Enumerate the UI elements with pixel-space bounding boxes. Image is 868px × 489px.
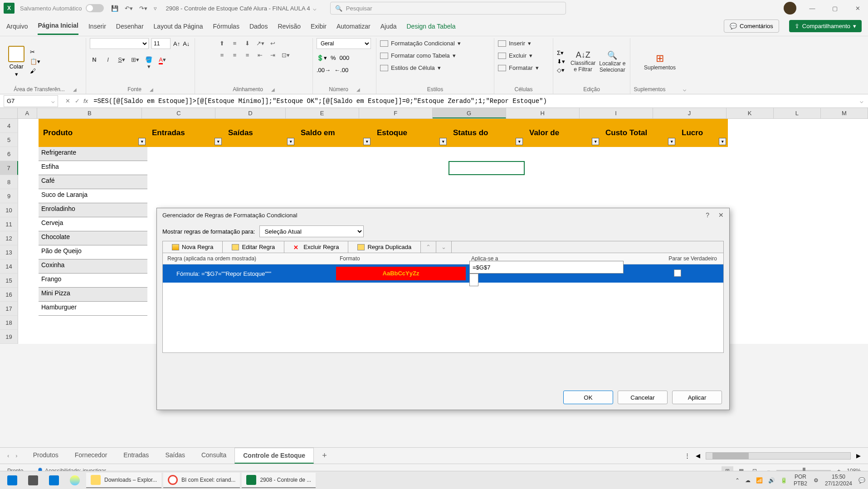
duplicate-rule-button[interactable]: Regra Duplicada	[348, 241, 421, 253]
save-icon[interactable]: 💾	[111, 5, 118, 12]
format-as-table-button[interactable]: Formatar como Tabela▾	[380, 50, 456, 61]
align-middle-icon[interactable]: ≡	[229, 38, 240, 48]
fill-color-button[interactable]: 🪣▾	[144, 56, 153, 70]
font-color-button[interactable]: A▾	[158, 56, 167, 70]
table-row[interactable]: Cerveja	[39, 217, 147, 231]
find-select-button[interactable]: 🔍 Localizar e Selecionar	[599, 50, 625, 73]
indent-increase-icon[interactable]: ⇥	[268, 50, 278, 60]
col-header-b[interactable]: B	[37, 108, 142, 118]
tab-arquivo[interactable]: Arquivo	[6, 18, 28, 34]
format-painter-icon[interactable]: 🖌	[30, 68, 40, 74]
sort-filter-button[interactable]: A↓Z Classificar e Filtrar	[571, 50, 595, 73]
add-sheet-button[interactable]: +	[314, 451, 335, 460]
increase-decimal-icon[interactable]: .00→	[317, 67, 331, 73]
table-row[interactable]: Esfiha	[39, 161, 147, 175]
show-rules-select[interactable]: Seleção Atual	[259, 225, 364, 237]
rule-range-input[interactable]	[469, 261, 624, 274]
dialog-launcher-icon[interactable]: ◢	[271, 87, 275, 92]
table-row[interactable]: Mini Pizza	[39, 288, 147, 302]
name-box[interactable]: G7 ⌵	[4, 95, 58, 107]
maximize-button[interactable]: ▢	[828, 5, 842, 12]
formula-input[interactable]: =SES([@[Saldo em Estoque]]>[@[Estoque Mí…	[92, 98, 855, 105]
redo-icon[interactable]: ↷▾	[139, 5, 147, 12]
wifi-icon[interactable]: 📶	[756, 477, 763, 484]
row-header[interactable]: 13	[0, 245, 18, 259]
dialog-titlebar[interactable]: Gerenciador de Regras de Formatação Cond…	[157, 208, 729, 222]
settings-tray-icon[interactable]: ⚙	[814, 477, 819, 484]
merge-icon[interactable]: ⊡▾	[280, 50, 291, 60]
comments-button[interactable]: 💬 Comentários	[724, 20, 779, 33]
ok-button[interactable]: OK	[563, 391, 613, 404]
store-button[interactable]	[44, 473, 63, 488]
col-header-f[interactable]: F	[359, 108, 433, 118]
tab-desenhar[interactable]: Desenhar	[116, 18, 144, 34]
tray-chevron-icon[interactable]: ⌃	[735, 477, 740, 484]
increase-font-icon[interactable]: A↑	[173, 40, 180, 47]
notifications-icon[interactable]: 💬	[858, 477, 865, 484]
col-header-g[interactable]: G	[433, 108, 506, 118]
move-down-button[interactable]: ⌄	[436, 241, 452, 253]
toggle-switch-icon[interactable]	[86, 4, 104, 12]
document-title[interactable]: 2908 - Controle de Estoque Café Alura - …	[166, 5, 310, 12]
start-button[interactable]	[3, 473, 22, 488]
tab-formulas[interactable]: Fórmulas	[213, 18, 239, 34]
fill-icon[interactable]: ⬇▾	[557, 58, 565, 65]
tab-inserir[interactable]: Inserir	[88, 18, 106, 34]
delete-cells-button[interactable]: Excluir▾	[498, 50, 532, 61]
align-left-icon[interactable]: ≡	[217, 50, 228, 60]
filter-icon[interactable]: ▾	[363, 138, 371, 145]
clear-icon[interactable]: ◇▾	[557, 67, 565, 73]
font-size-input[interactable]	[151, 38, 171, 49]
col-header-a[interactable]: A	[18, 108, 37, 118]
dialog-launcher-icon[interactable]: ◢	[150, 87, 153, 92]
filter-icon[interactable]: ▾	[138, 138, 146, 145]
sheet-tab-controle[interactable]: Controle de Estoque	[234, 448, 314, 464]
select-all-corner[interactable]	[0, 108, 18, 118]
dialog-launcher-icon[interactable]: ◢	[356, 87, 360, 92]
sheet-tab-consulta[interactable]: Consulta	[193, 448, 234, 464]
filter-icon[interactable]: ▾	[439, 138, 447, 145]
clock[interactable]: 15:50 27/12/2024	[825, 474, 852, 487]
percent-icon[interactable]: %	[331, 54, 336, 61]
col-header-j[interactable]: J	[653, 108, 727, 118]
thousands-icon[interactable]: 000	[340, 54, 350, 61]
sheet-tab-produtos[interactable]: Produtos	[25, 448, 67, 464]
format-cells-button[interactable]: Formatar▾	[498, 63, 539, 73]
tab-exibir[interactable]: Exibir	[311, 18, 327, 34]
task-view-button[interactable]	[24, 473, 43, 488]
copy-icon[interactable]: 📋▾	[30, 58, 40, 65]
expand-formula-icon[interactable]: ⌵	[855, 98, 868, 104]
sheet-prev-icon[interactable]: ‹	[7, 452, 9, 459]
filter-icon[interactable]: ▾	[287, 138, 294, 145]
collapse-ribbon-icon[interactable]: ⌵	[683, 86, 686, 93]
row-header[interactable]: 14	[0, 259, 18, 274]
filter-icon[interactable]: ▾	[592, 138, 599, 145]
table-row[interactable]: Hamburguer	[39, 302, 147, 316]
rule-row[interactable]: Fórmula: ="$G7=""Repor Estoque""" AaBbCc…	[163, 264, 723, 283]
col-header-c[interactable]: C	[142, 108, 215, 118]
close-button[interactable]: ✕	[851, 5, 864, 12]
number-format-select[interactable]: Geral	[317, 38, 371, 49]
enter-formula-icon[interactable]: ✓	[75, 98, 80, 104]
row-header[interactable]: 8	[0, 175, 18, 189]
bold-button[interactable]: N	[90, 56, 99, 70]
table-row[interactable]: Suco de Laranja	[39, 189, 147, 203]
stop-if-true-checkbox[interactable]	[674, 269, 681, 277]
filter-icon[interactable]: ▾	[719, 138, 726, 145]
table-row[interactable]: Pão de Queijo	[39, 245, 147, 259]
currency-icon[interactable]: 💲▾	[317, 54, 327, 61]
italic-button[interactable]: I	[103, 56, 112, 70]
close-dialog-icon[interactable]: ✕	[718, 211, 724, 219]
sheet-tab-fornecedor[interactable]: Fornecedor	[67, 448, 116, 464]
filter-icon[interactable]: ▾	[215, 138, 222, 145]
row-header[interactable]: 18	[0, 316, 18, 330]
row-header[interactable]: 5	[0, 133, 18, 147]
sheet-options-icon[interactable]: ⋮	[684, 452, 690, 459]
row-header[interactable]: 7	[0, 161, 18, 175]
decrease-decimal-icon[interactable]: ←.00	[334, 67, 348, 73]
col-header-d[interactable]: D	[215, 108, 285, 118]
new-rule-button[interactable]: Nova Regra	[163, 241, 223, 253]
tab-layout[interactable]: Layout da Página	[154, 18, 203, 34]
autosum-icon[interactable]: Σ▾	[557, 49, 565, 56]
col-header-k[interactable]: K	[727, 108, 774, 118]
